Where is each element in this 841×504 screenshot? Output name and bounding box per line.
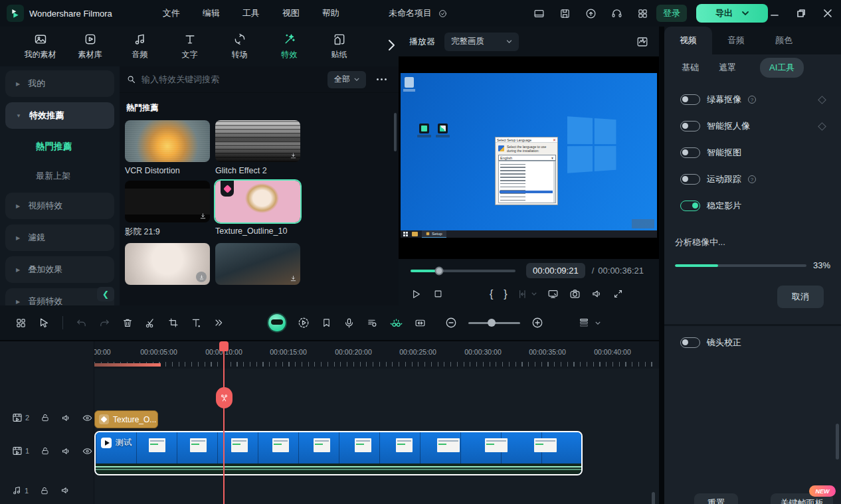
mute-icon[interactable] bbox=[61, 446, 71, 456]
stabilization-toggle[interactable] bbox=[680, 201, 700, 211]
zoom-in-icon[interactable] bbox=[531, 317, 543, 329]
minimize-button[interactable] bbox=[761, 0, 788, 27]
filter-dropdown[interactable]: 全部 bbox=[327, 71, 366, 88]
layout-icon[interactable] bbox=[533, 8, 545, 19]
category-mine[interactable]: ▶ 我的 bbox=[5, 70, 114, 97]
subtab-basic[interactable]: 基础 bbox=[682, 62, 699, 74]
eye-icon[interactable] bbox=[82, 413, 92, 423]
effect-card-cinema-21-9[interactable]: 影院 21:9 bbox=[125, 181, 210, 238]
apps-grid-icon[interactable] bbox=[637, 8, 648, 19]
stop-button[interactable] bbox=[433, 289, 443, 299]
mark-in-button[interactable]: { bbox=[490, 288, 493, 300]
restore-button[interactable] bbox=[788, 0, 814, 27]
ai-assistant-icon[interactable] bbox=[268, 314, 286, 331]
more-tools-icon[interactable] bbox=[213, 317, 224, 328]
expand-tabs-icon[interactable] bbox=[389, 40, 395, 50]
tab-audio-props[interactable]: 音频 bbox=[712, 27, 760, 54]
mute-icon[interactable] bbox=[60, 485, 70, 495]
greenscreen-toggle[interactable] bbox=[680, 94, 700, 105]
help-icon[interactable]: ? bbox=[748, 96, 756, 104]
menu-tools[interactable]: 工具 bbox=[242, 7, 260, 19]
portrait-cutout-toggle[interactable] bbox=[680, 121, 700, 131]
category-overlays[interactable]: ▶ 叠加效果 bbox=[5, 256, 114, 283]
smart-cut-icon[interactable] bbox=[390, 317, 403, 329]
menu-help[interactable]: 帮助 bbox=[322, 7, 339, 19]
secondary-display-button[interactable] bbox=[547, 288, 559, 299]
tab-video[interactable]: 视频 bbox=[664, 27, 712, 54]
play-button[interactable] bbox=[411, 289, 421, 299]
fit-timeline-icon[interactable] bbox=[415, 317, 426, 329]
mute-icon[interactable] bbox=[61, 413, 71, 423]
tab-my-media[interactable]: 我的素材 bbox=[16, 33, 64, 60]
text-tool-icon[interactable] bbox=[191, 317, 201, 328]
help-icon[interactable]: ? bbox=[748, 175, 756, 183]
playhead-handle[interactable] bbox=[219, 341, 229, 351]
quality-dropdown[interactable]: 完整画质 bbox=[444, 33, 519, 51]
snapshot-camera-button[interactable] bbox=[569, 288, 581, 299]
voiceover-mic-icon[interactable] bbox=[343, 317, 355, 329]
tab-text[interactable]: 文字 bbox=[165, 33, 214, 60]
scopes-icon[interactable] bbox=[636, 36, 648, 48]
timeline-ruler[interactable]: :00:00 00:00:05:00 00:00:10:00 00:00:15:… bbox=[0, 341, 659, 369]
close-button[interactable] bbox=[814, 0, 841, 27]
media-browser-icon[interactable] bbox=[15, 317, 27, 329]
effect-card-untitled-1[interactable] bbox=[125, 243, 210, 285]
quick-split-button[interactable] bbox=[518, 289, 529, 299]
redo-icon[interactable] bbox=[99, 317, 110, 329]
category-newest[interactable]: 最新上架 bbox=[5, 163, 114, 189]
category-video-fx[interactable]: ▶ 視頻特效 bbox=[5, 193, 114, 219]
eye-icon[interactable] bbox=[82, 446, 92, 456]
menu-file[interactable]: 文件 bbox=[163, 7, 180, 19]
speed-ramp-icon[interactable] bbox=[298, 317, 310, 329]
crop-icon[interactable] bbox=[168, 317, 179, 328]
delete-icon[interactable] bbox=[122, 317, 133, 328]
lens-correction-toggle[interactable] bbox=[680, 337, 700, 348]
playhead-split-button[interactable] bbox=[216, 387, 233, 408]
playhead-line[interactable] bbox=[223, 341, 225, 504]
tab-effects[interactable]: 特效 bbox=[265, 33, 314, 60]
undo-icon[interactable] bbox=[76, 317, 87, 329]
export-button[interactable]: 导出 bbox=[696, 4, 768, 23]
fullscreen-button[interactable] bbox=[613, 289, 623, 299]
more-options-icon[interactable] bbox=[371, 78, 392, 80]
category-recommended[interactable]: ▼ 特效推薦 bbox=[5, 102, 114, 129]
save-icon[interactable] bbox=[559, 8, 571, 19]
cancel-button[interactable]: 取消 bbox=[777, 286, 824, 308]
volume-button[interactable] bbox=[591, 288, 603, 299]
effect-card-texture-outline-10[interactable]: Texture_Outline_10 bbox=[215, 181, 300, 238]
select-cursor-icon[interactable] bbox=[39, 317, 50, 329]
tab-transitions[interactable]: 转场 bbox=[215, 33, 264, 60]
support-headset-icon[interactable] bbox=[611, 8, 622, 19]
mark-out-button[interactable]: } bbox=[504, 288, 507, 300]
tab-stock-media[interactable]: 素材库 bbox=[66, 33, 114, 60]
track-height-icon[interactable] bbox=[579, 317, 589, 328]
motion-tracking-toggle[interactable] bbox=[680, 174, 700, 185]
tab-stickers[interactable]: 贴纸 bbox=[315, 33, 363, 60]
reset-button[interactable]: 重置 bbox=[694, 493, 738, 504]
effect-card-untitled-2[interactable] bbox=[215, 243, 300, 285]
split-scissors-icon[interactable] bbox=[145, 317, 156, 329]
seek-slider[interactable] bbox=[411, 270, 515, 272]
menu-edit[interactable]: 编辑 bbox=[203, 7, 220, 19]
keyframe-diamond-icon[interactable] bbox=[818, 96, 826, 104]
category-hot[interactable]: 熱門推薦 bbox=[5, 134, 114, 159]
category-filters[interactable]: ▶ 濾鏡 bbox=[5, 224, 114, 251]
lock-icon[interactable] bbox=[40, 486, 49, 495]
timeline-zoom-slider[interactable] bbox=[468, 322, 520, 324]
render-preview-icon[interactable] bbox=[367, 317, 378, 329]
effect-card-glitch-effect-2[interactable]: Glitch Effect 2 bbox=[215, 120, 300, 175]
tab-color[interactable]: 颜色 bbox=[760, 27, 808, 54]
seek-knob[interactable] bbox=[434, 266, 443, 275]
marker-icon[interactable] bbox=[322, 318, 331, 328]
lock-icon[interactable] bbox=[41, 446, 50, 456]
smart-cutout-toggle[interactable] bbox=[680, 147, 700, 158]
effects-scrollbar[interactable] bbox=[394, 113, 397, 151]
collapse-sidebar-button[interactable]: ❮ bbox=[97, 287, 114, 301]
subtab-mask[interactable]: 遮罩 bbox=[719, 62, 736, 74]
clip-texture-outline[interactable]: Texture_O... bbox=[94, 410, 158, 428]
menu-view[interactable]: 视图 bbox=[282, 7, 300, 19]
tab-audio[interactable]: 音频 bbox=[116, 33, 164, 60]
effect-card-vcr-distortion[interactable]: VCR Distortion bbox=[125, 120, 210, 175]
search-input[interactable] bbox=[141, 74, 322, 84]
subtab-ai-tools[interactable]: AI工具 bbox=[760, 58, 804, 78]
